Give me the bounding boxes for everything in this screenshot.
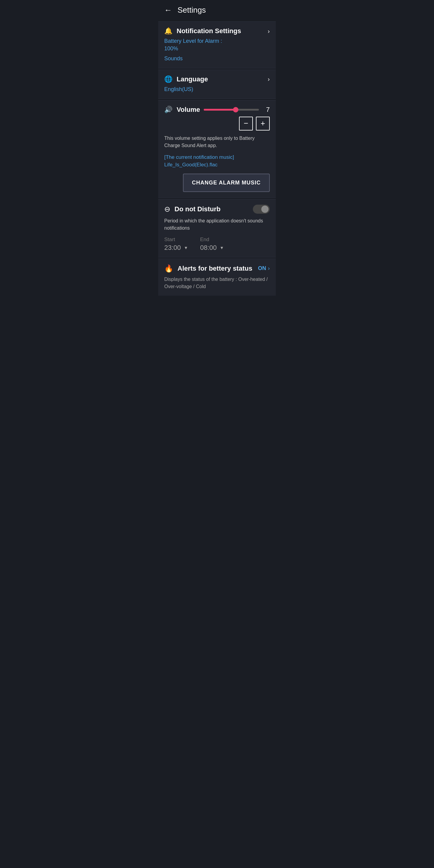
alerts-description: Displays the status of the battery : Ove… — [164, 276, 270, 290]
volume-icon: 🔊 — [164, 106, 173, 114]
page-title: Settings — [178, 5, 206, 15]
dnd-time-row: Start 23:00 ▼ End 08:00 ▼ — [164, 237, 270, 252]
alerts-title: Alerts for bettery status — [178, 265, 252, 273]
notification-chevron-icon: › — [268, 28, 270, 35]
volume-header: 🔊 Volume 7 — [164, 106, 270, 114]
volume-description: This volume setting applies only to Batt… — [164, 135, 270, 149]
dnd-start-label: Start — [164, 237, 188, 243]
back-button[interactable]: ← — [164, 5, 172, 15]
dnd-icon: ⊖ — [164, 205, 170, 213]
notification-settings-section[interactable]: 🔔 Notification Settings › Battery Level … — [158, 22, 276, 68]
volume-slider-thumb — [233, 107, 239, 113]
dnd-title: Do not Disturb — [175, 205, 221, 213]
language-title-row: 🌐 Language — [164, 75, 208, 83]
alerts-title-row: 🔥 Alerts for bettery status — [164, 264, 252, 273]
language-header: 🌐 Language › — [164, 75, 270, 83]
settings-header: ← Settings — [158, 0, 276, 20]
dnd-title-row: ⊖ Do not Disturb — [164, 205, 221, 213]
dnd-toggle[interactable] — [253, 205, 270, 214]
dnd-end-group: End 08:00 ▼ — [200, 237, 224, 252]
current-music-info: [The current notification music] Life_Is… — [164, 153, 270, 169]
fire-icon: 🔥 — [164, 264, 173, 273]
volume-controls: − + — [164, 117, 270, 130]
sounds-label: Sounds — [164, 55, 270, 62]
dnd-start-value-row[interactable]: 23:00 ▼ — [164, 244, 188, 252]
notification-settings-header: 🔔 Notification Settings › — [164, 27, 270, 35]
volume-title: Volume — [177, 106, 200, 114]
do-not-disturb-section: ⊖ Do not Disturb Period in which the app… — [158, 199, 276, 257]
battery-level-text: Battery Level for Alarm : 100% — [164, 37, 270, 53]
alerts-status: ON — [258, 265, 266, 272]
volume-slider[interactable] — [204, 109, 259, 111]
volume-slider-fill — [204, 109, 236, 111]
dnd-end-label: End — [200, 237, 224, 243]
volume-icon-title: 🔊 Volume — [164, 106, 200, 114]
dnd-end-dropdown-icon: ▼ — [220, 245, 224, 250]
dnd-header: ⊖ Do not Disturb — [164, 205, 270, 214]
alerts-header: 🔥 Alerts for bettery status ON › — [164, 264, 270, 273]
language-section[interactable]: 🌐 Language › English(US) — [158, 70, 276, 99]
dnd-start-dropdown-icon: ▼ — [184, 245, 188, 250]
alerts-section[interactable]: 🔥 Alerts for bettery status ON › Display… — [158, 258, 276, 296]
bell-icon: 🔔 — [164, 27, 173, 35]
alerts-chevron-icon: › — [268, 265, 270, 272]
volume-decrease-button[interactable]: − — [239, 117, 253, 130]
alerts-status-row: ON › — [258, 265, 270, 272]
notification-title-row: 🔔 Notification Settings — [164, 27, 241, 35]
dnd-description: Period in which the application doesn't … — [164, 217, 270, 232]
dnd-start-value: 23:00 — [164, 244, 181, 252]
globe-icon: 🌐 — [164, 75, 173, 83]
current-music-label: [The current notification music] — [164, 154, 234, 160]
volume-slider-row: 7 — [204, 106, 270, 114]
dnd-start-group: Start 23:00 ▼ — [164, 237, 188, 252]
language-title: Language — [177, 75, 208, 83]
volume-increase-button[interactable]: + — [256, 117, 270, 130]
current-music-file: Life_Is_Good(Elec).flac — [164, 162, 218, 167]
change-alarm-music-button[interactable]: CHANGE ALARM MUSIC — [183, 174, 270, 192]
language-chevron-icon: › — [268, 76, 270, 83]
toggle-knob — [261, 206, 269, 213]
volume-value: 7 — [262, 106, 270, 114]
dnd-end-value-row[interactable]: 08:00 ▼ — [200, 244, 224, 252]
notification-settings-title: Notification Settings — [177, 27, 241, 35]
language-current: English(US) — [164, 86, 270, 93]
dnd-end-value: 08:00 — [200, 244, 217, 252]
volume-section: 🔊 Volume 7 − + This volume setting appli… — [158, 100, 276, 198]
